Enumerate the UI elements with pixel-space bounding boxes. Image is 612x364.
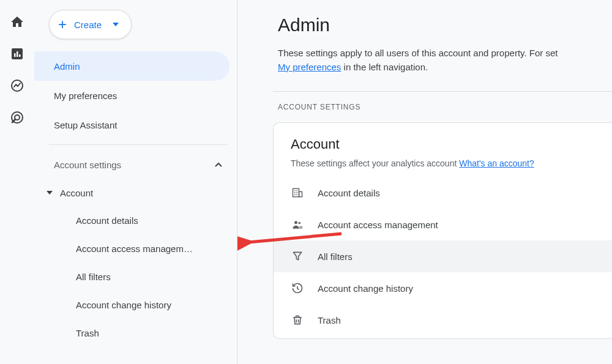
nav-setup-assistant[interactable]: Setup Assistant <box>34 110 230 139</box>
tree-change-history[interactable]: Account change history <box>34 291 237 319</box>
svg-rect-1 <box>14 53 16 57</box>
section-label: Account settings <box>54 160 121 170</box>
divider <box>49 144 227 145</box>
building-icon <box>291 186 304 199</box>
section-label-account-settings: ACCOUNT SETTINGS <box>278 103 612 111</box>
svg-rect-7 <box>293 188 299 196</box>
people-icon <box>291 218 304 231</box>
svg-point-9 <box>294 221 297 224</box>
row-label: All filters <box>318 251 353 262</box>
tree-account-access[interactable]: Account access managem… <box>34 234 237 262</box>
account-card: Account These settings affect your analy… <box>273 122 612 339</box>
row-label: Account access management <box>318 220 438 230</box>
whats-an-account-link[interactable]: What's an account? <box>459 158 534 168</box>
explore-icon[interactable] <box>10 78 24 93</box>
row-label: Account change history <box>318 283 413 294</box>
divider <box>273 91 612 92</box>
trash-icon <box>291 313 304 327</box>
plus-icon: + <box>58 16 67 33</box>
card-row-change-history[interactable]: Account change history <box>274 272 612 304</box>
card-subtitle: These settings affect your analytics acc… <box>274 158 612 168</box>
main-panel: Admin These settings apply to all users … <box>239 0 612 364</box>
home-icon[interactable] <box>10 15 24 29</box>
chevron-up-icon <box>215 162 222 167</box>
caret-down-icon <box>47 191 53 195</box>
tree-account-label: Account <box>60 188 93 198</box>
svg-rect-8 <box>299 191 302 196</box>
svg-rect-3 <box>19 54 21 57</box>
card-row-access-management[interactable]: Account access management <box>274 209 612 240</box>
section-account-settings[interactable]: Account settings <box>34 150 237 179</box>
tree-account-details[interactable]: Account details <box>34 206 237 234</box>
icon-rail <box>0 0 34 364</box>
history-icon <box>291 281 304 295</box>
card-row-trash[interactable]: Trash <box>274 304 612 336</box>
card-row-account-details[interactable]: Account details <box>274 177 612 209</box>
tree-account[interactable]: Account <box>34 179 237 206</box>
advertising-icon[interactable] <box>10 110 24 125</box>
reports-icon[interactable] <box>10 46 24 61</box>
tree-trash[interactable]: Trash <box>34 319 237 347</box>
page-title: Admin <box>278 15 612 35</box>
card-row-all-filters[interactable]: All filters <box>274 240 612 272</box>
page-description: These settings apply to all users of thi… <box>278 46 612 74</box>
card-title: Account <box>274 136 612 152</box>
nav-admin[interactable]: Admin <box>34 51 230 81</box>
filter-icon <box>291 250 304 263</box>
create-button[interactable]: + Create <box>49 10 132 39</box>
row-label: Trash <box>318 315 341 325</box>
svg-rect-2 <box>17 51 18 57</box>
sidebar: + Create Admin My preferences Setup Assi… <box>34 0 237 364</box>
nav-preferences[interactable]: My preferences <box>34 81 230 110</box>
tree-all-filters[interactable]: All filters <box>34 262 237 291</box>
svg-point-10 <box>299 222 301 225</box>
row-label: Account details <box>318 188 380 198</box>
create-label: Create <box>74 20 102 30</box>
my-preferences-link[interactable]: My preferences <box>278 62 341 72</box>
caret-down-icon <box>113 23 119 26</box>
